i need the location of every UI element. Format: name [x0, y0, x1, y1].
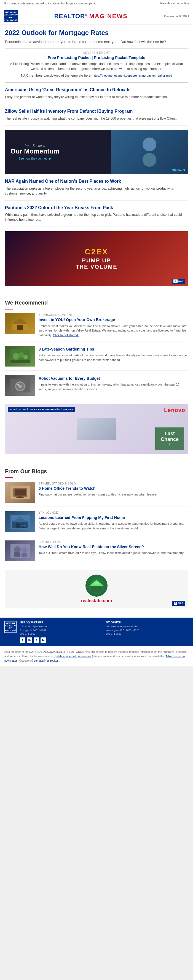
footer-headquarters: HEADQUARTERS 430 N. Michigan Avenue Chic… — [20, 621, 102, 643]
nar-logo-line3: REALTORS® — [3, 19, 19, 22]
lenovo-advertisement[interactable]: Proud partner in NAR's REALTOR Benefits®… — [5, 404, 188, 454]
svg-rect-2 — [18, 325, 23, 330]
ad-body: A Pre-Listing Packet makes you stand out… — [9, 62, 184, 72]
article-3-title-link[interactable]: NAR Again Named One of Nation's Best Pla… — [5, 179, 121, 183]
blog-2-title[interactable]: Lessons Learned From Flipping My First H… — [38, 515, 188, 520]
footer-social: f in t ▶ — [20, 638, 102, 643]
linkedin-icon[interactable]: in — [27, 638, 32, 643]
article-1-title-link[interactable]: Americans Using 'Great Resignation' as C… — [5, 88, 131, 92]
recommend-img-brokerage — [5, 313, 35, 334]
footer-nar-logo: NATIONAL ASSOCIATION OF REALTORS® — [5, 621, 16, 633]
disclaimer-text1: As a member of the NATIONAL ASSOCIATION … — [5, 651, 82, 654]
footer-dc-address: 500 New Jersey Avenue, NW Washington, D.… — [106, 625, 188, 636]
section-underline — [5, 309, 13, 310]
twitter-icon[interactable]: t — [33, 638, 39, 643]
c2ex-nar-badge: R NAR — [172, 278, 185, 284]
blog-1-title[interactable]: 6 Home Office Trends to Watch — [38, 486, 188, 491]
article-3-body: The association ranks as a top employer … — [5, 186, 188, 196]
main-article-title[interactable]: 2022 Outlook for Mortgage Rates — [5, 29, 188, 37]
blog-item-silver-screen: CULTURE SCAN How Well Do You Know Real E… — [5, 541, 188, 565]
svg-rect-27 — [14, 552, 20, 557]
nar-logo-line2: ASSOCIATION OF — [3, 13, 19, 19]
stewart-your-success: Your Success — [11, 144, 59, 148]
footer-hq-address: 430 N. Michigan Avenue Chicago, IL 60611… — [20, 625, 102, 636]
svg-point-6 — [24, 355, 28, 360]
stewart-advertisement[interactable]: Your Success Our Momentum See how they c… — [5, 130, 188, 174]
recommend-img-robot — [5, 375, 35, 396]
blog-1-category: STYLED, STAGED & SOLD — [38, 482, 188, 485]
c2ex-advertisement[interactable]: C2EX PUMP UP THE VOLUME R NAR — [5, 231, 188, 286]
magazine-title: REALTOR® MAG NEWS — [21, 13, 161, 20]
we-recommend-heading: We Recommend — [5, 299, 188, 307]
svg-rect-23 — [22, 525, 24, 526]
blogs-section-underline — [5, 477, 13, 478]
footer: NATIONAL ASSOCIATION OF REALTORS® HEADQU… — [0, 617, 193, 646]
blog-item-flipping: YPN LOUNGE Lessons Learned From Flipping… — [5, 511, 188, 536]
ad-nar-note: NAR members can download the template he… — [9, 73, 184, 78]
article-1-body: Forty-one percent of workers say they're… — [5, 94, 188, 100]
svg-rect-29 — [21, 553, 27, 557]
svg-point-12 — [18, 384, 19, 385]
nar-logo: NATIONAL ASSOCIATION OF REALTORS® — [4, 10, 18, 22]
stewart-our-momentum: Our Momentum — [11, 148, 59, 155]
svg-rect-7 — [11, 360, 30, 363]
stewart-see-how: See how they connect ▶ — [11, 157, 59, 161]
lenovo-badge: Proud partner in NAR's REALTOR Benefits®… — [8, 407, 75, 412]
recommend-item-gardening: 8 Late-Season Gardening Tips Fall color … — [5, 346, 188, 371]
recommend-1-title[interactable]: Invest in YOU! Open Your Own Brokerage — [38, 317, 188, 322]
lenovo-last-chance: Last Chance ! — [155, 428, 184, 450]
ad-label: ADVERTISEMENT — [9, 51, 184, 54]
realestate-brand: realestate.com — [81, 598, 112, 603]
article-section-3: NAR Again Named One of Nation's Best Pla… — [5, 178, 188, 200]
article-section-1: Americans Using 'Great Resignation' as C… — [5, 87, 188, 104]
svg-point-4 — [13, 353, 19, 360]
article-2-title-link[interactable]: Zillow Sells Half Its Inventory From Def… — [5, 109, 132, 113]
recommend-3-body: It pays to keep up with the evolution of… — [38, 382, 188, 391]
article-section-4: Pantone's 2022 Color of the Year Breaks … — [5, 205, 188, 227]
top-bar-left-text: Borrowing costs are expected to increase… — [4, 2, 96, 5]
facebook-icon[interactable]: f — [20, 638, 26, 643]
view-online-link[interactable]: View this email online — [160, 2, 189, 5]
header-date: December 9, 2021 — [164, 14, 190, 18]
svg-point-26 — [14, 546, 21, 553]
blog-2-body: As real estate pros, we have unique skil… — [38, 522, 188, 530]
c2ex-logo: C2EX — [75, 248, 117, 256]
blog-img-flipping — [5, 511, 35, 532]
contact-link[interactable]: contact@nar.realtor — [34, 659, 58, 662]
article-2-body: The real estate industry is watching wha… — [5, 116, 188, 121]
ad-title: Free Pre-Listing Packet | Pre-Listing Pa… — [9, 56, 184, 60]
update-preferences-link[interactable]: Update your email preferences — [54, 655, 91, 658]
recommend-item-robot-vacuum: Robot Vacuums for Every Budget It pays t… — [5, 375, 188, 400]
advertisement-box: ADVERTISEMENT Free Pre-Listing Packet | … — [5, 48, 188, 83]
article-4-body: While many paint firms have selected a g… — [5, 212, 188, 222]
svg-point-33 — [96, 582, 97, 584]
footer-dc-title: DC OFFICE — [106, 621, 188, 624]
realestate-logo-circle — [86, 574, 107, 597]
blog-3-title[interactable]: How Well Do You Know Real Estate on the … — [38, 544, 188, 549]
realestate-logo-area: realestate.com — [81, 574, 112, 603]
youtube-icon[interactable]: ▶ — [40, 638, 46, 643]
recommend-img-gardening — [5, 346, 35, 366]
svg-rect-31 — [91, 585, 102, 592]
blog-2-category: YPN LOUNGE — [38, 511, 188, 514]
recommend-1-link[interactable]: Click to get started. — [53, 334, 79, 337]
main-article-subtitle: Economists have advised home buyers to b… — [5, 39, 188, 45]
svg-rect-24 — [24, 525, 25, 526]
recommend-3-title[interactable]: Robot Vacuums for Every Budget — [38, 376, 188, 381]
recommend-2-title[interactable]: 8 Late-Season Gardening Tips — [38, 347, 188, 352]
svg-marker-1 — [12, 318, 29, 324]
svg-point-28 — [21, 547, 27, 553]
blog-item-home-office: STYLED, STAGED & SOLD 6 Home Office Tren… — [5, 482, 188, 507]
ad-link[interactable]: https://thepaperlesagent.com/pre-listing… — [93, 74, 172, 77]
svg-point-5 — [19, 352, 24, 358]
stewart-logo: stewart — [172, 167, 185, 172]
blog-img-home-office — [5, 482, 35, 503]
recommend-1-category: Sponsored Content — [38, 313, 188, 317]
c2ex-tagline: PUMP UP — [75, 258, 117, 264]
recommend-2-body: Fall color waning in most parts of the c… — [38, 353, 188, 362]
recommend-item-brokerage: Sponsored Content Invest in YOU! Open Yo… — [5, 313, 188, 342]
article-4-title-link[interactable]: Pantone's 2022 Color of the Year Breaks … — [5, 205, 113, 210]
realestate-advertisement[interactable]: realestate.com R NAR — [5, 570, 188, 608]
blog-img-silver-screen — [5, 541, 35, 561]
blog-3-category: CULTURE SCAN — [38, 541, 188, 544]
